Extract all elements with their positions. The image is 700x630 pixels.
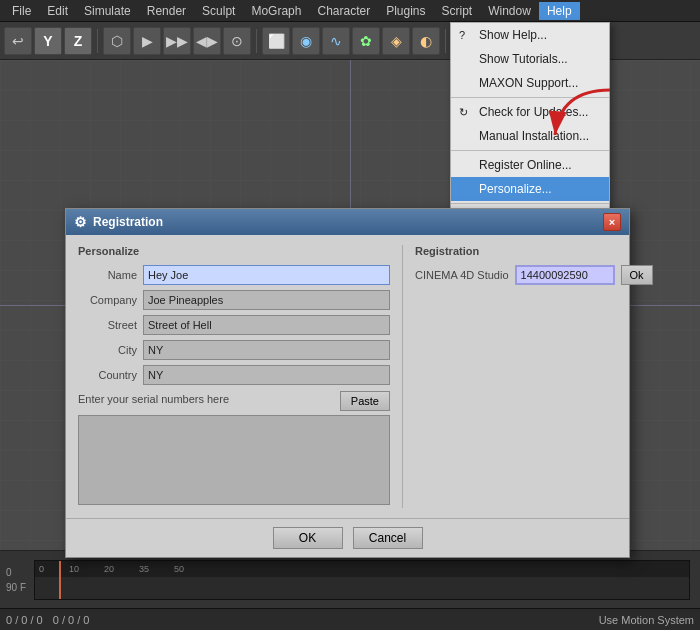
dialog-body: Personalize Name Company Street City	[66, 235, 629, 518]
personalize-title: Personalize	[78, 245, 390, 257]
city-row: City	[78, 340, 390, 360]
registration-section: Registration CINEMA 4D Studio Ok	[402, 245, 617, 508]
dialog-close-button[interactable]: ×	[603, 213, 621, 231]
country-input[interactable]	[143, 365, 390, 385]
toolbar-obj5[interactable]: ⊙	[223, 27, 251, 55]
name-row: Name	[78, 265, 390, 285]
city-input[interactable]	[143, 340, 390, 360]
menu-mograph[interactable]: MoGraph	[243, 2, 309, 20]
sep-dropdown3	[451, 203, 609, 204]
menu-plugins[interactable]: Plugins	[378, 2, 433, 20]
ok-small-button[interactable]: Ok	[621, 265, 653, 285]
menu-register-online[interactable]: Register Online...	[451, 153, 609, 177]
menu-show-help[interactable]: ? Show Help...	[451, 23, 609, 47]
menu-manual-install[interactable]: Manual Installation...	[451, 124, 609, 148]
toolbar-undo[interactable]: ↩	[4, 27, 32, 55]
street-input[interactable]	[143, 315, 390, 335]
country-row: Country	[78, 365, 390, 385]
menu-window[interactable]: Window	[480, 2, 539, 20]
toolbar-shape[interactable]: ◈	[382, 27, 410, 55]
cinema4d-row: CINEMA 4D Studio Ok	[415, 265, 617, 285]
toolbar-obj3[interactable]: ▶▶	[163, 27, 191, 55]
toolbar-obj4[interactable]: ◀▶	[193, 27, 221, 55]
serial-section: Enter your serial numbers here Paste	[78, 391, 390, 508]
menubar[interactable]: File Edit Simulate Render Sculpt MoGraph…	[0, 0, 700, 22]
menu-script[interactable]: Script	[434, 2, 481, 20]
menu-render[interactable]: Render	[139, 2, 194, 20]
toolbar-z[interactable]: Z	[64, 27, 92, 55]
name-label: Name	[78, 269, 143, 281]
sep1	[97, 29, 98, 53]
dialog-title: ⚙ Registration	[74, 214, 163, 230]
update-icon: ↻	[459, 106, 468, 119]
city-label: City	[78, 344, 143, 356]
toolbar-sphere[interactable]: ◉	[292, 27, 320, 55]
country-label: Country	[78, 369, 143, 381]
toolbar-obj1[interactable]: ⬡	[103, 27, 131, 55]
sep2	[256, 29, 257, 53]
paste-button[interactable]: Paste	[340, 391, 390, 411]
toolbar-light[interactable]: ◐	[412, 27, 440, 55]
company-input[interactable]	[143, 290, 390, 310]
menu-personalize[interactable]: Personalize...	[451, 177, 609, 201]
serial-textarea[interactable]	[78, 415, 390, 505]
help-icon: ?	[459, 29, 465, 41]
personalize-section: Personalize Name Company Street City	[78, 245, 390, 508]
status-motion: Use Motion System	[599, 614, 694, 626]
cinema4d-label: CINEMA 4D Studio	[415, 269, 509, 281]
name-input[interactable]	[143, 265, 390, 285]
help-dropdown: ? Show Help... Show Tutorials... MAXON S…	[450, 22, 610, 231]
street-label: Street	[78, 319, 143, 331]
menu-character[interactable]: Character	[309, 2, 378, 20]
sep-dropdown2	[451, 150, 609, 151]
menu-sculpt[interactable]: Sculpt	[194, 2, 243, 20]
dialog-icon: ⚙	[74, 214, 87, 230]
status-coords: 0 / 0 / 0	[6, 614, 43, 626]
ok-button[interactable]: OK	[273, 527, 343, 549]
sep3	[445, 29, 446, 53]
menu-show-tutorials[interactable]: Show Tutorials...	[451, 47, 609, 71]
menu-file[interactable]: File	[4, 2, 39, 20]
menu-simulate[interactable]: Simulate	[76, 2, 139, 20]
status-size: 0 / 0 / 0	[53, 614, 90, 626]
menu-check-updates[interactable]: ↻ Check for Updates...	[451, 100, 609, 124]
company-row: Company	[78, 290, 390, 310]
timeline: 0 90 F 0 10 20 35 50	[0, 550, 700, 608]
toolbar-new[interactable]: Y	[34, 27, 62, 55]
toolbar-obj2[interactable]: ▶	[133, 27, 161, 55]
cinema4d-input[interactable]	[515, 265, 615, 285]
menu-maxon-support[interactable]: MAXON Support...	[451, 71, 609, 95]
cancel-button[interactable]: Cancel	[353, 527, 423, 549]
toolbar-cube[interactable]: ⬜	[262, 27, 290, 55]
dialog-footer: OK Cancel	[66, 518, 629, 557]
menu-edit[interactable]: Edit	[39, 2, 76, 20]
toolbar-green[interactable]: ✿	[352, 27, 380, 55]
company-label: Company	[78, 294, 143, 306]
sep-dropdown1	[451, 97, 609, 98]
serial-label: Enter your serial numbers here	[78, 393, 229, 405]
registration-dialog: ⚙ Registration × Personalize Name Compan…	[65, 208, 630, 558]
dialog-titlebar: ⚙ Registration ×	[66, 209, 629, 235]
street-row: Street	[78, 315, 390, 335]
statusbar: 0 / 0 / 0 0 / 0 / 0 Use Motion System	[0, 608, 700, 630]
toolbar-twist[interactable]: ∿	[322, 27, 350, 55]
menu-help[interactable]: Help	[539, 2, 580, 20]
registration-title: Registration	[415, 245, 617, 257]
